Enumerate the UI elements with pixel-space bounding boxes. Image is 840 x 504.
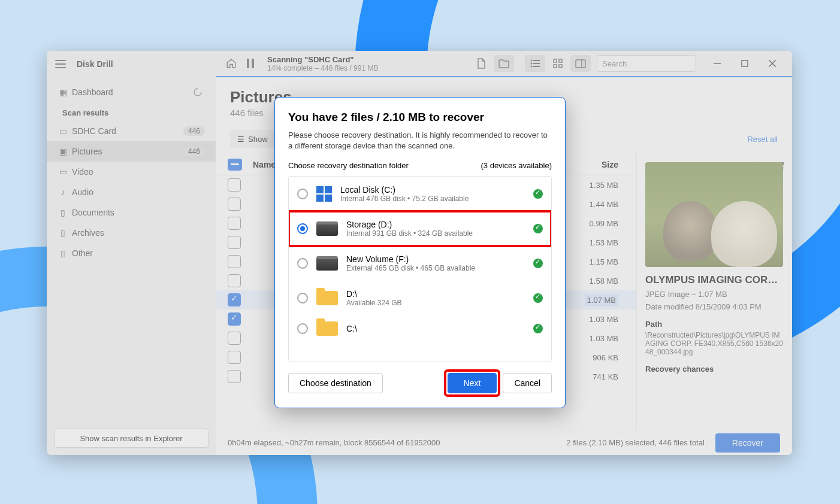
destination-detail: External 465 GB disk • 465 GB available [346, 264, 525, 272]
row-checkbox[interactable] [228, 217, 241, 230]
row-size: 1.03 MB [590, 315, 618, 324]
row-checkbox[interactable] [228, 236, 241, 249]
svg-rect-7 [533, 66, 540, 67]
home-button[interactable] [222, 54, 241, 73]
svg-point-6 [531, 66, 533, 68]
row-checkbox[interactable] [228, 312, 241, 326]
svg-rect-17 [742, 60, 748, 66]
sidebar-item-label: Pictures [72, 147, 102, 156]
row-checkbox[interactable] [228, 178, 241, 192]
row-checkbox[interactable] [228, 293, 241, 306]
destination-detail: Internal 476 GB disk • 75.2 GB available [340, 195, 525, 203]
row-checkbox[interactable] [228, 198, 241, 211]
detail-recovery-label: Recovery chances [645, 365, 784, 374]
picture-icon: ▣ [58, 147, 68, 156]
radio-button[interactable] [297, 189, 308, 199]
video-icon: ▭ [58, 167, 68, 177]
sidebar-item-audio[interactable]: ♪ Audio [47, 182, 216, 202]
maximize-button[interactable] [731, 54, 759, 73]
sidebar-item-label: Video [72, 167, 93, 177]
pause-button[interactable] [241, 54, 260, 73]
row-size: 906 KB [593, 353, 618, 362]
search-field[interactable] [602, 59, 703, 68]
svg-rect-12 [576, 60, 585, 68]
sidebar-item-other[interactable]: ▯ Other [47, 243, 216, 263]
check-ok-icon [533, 259, 543, 268]
reset-all-link[interactable]: Reset all [747, 135, 778, 144]
select-all-checkbox[interactable] [228, 159, 242, 171]
svg-rect-11 [559, 65, 562, 68]
next-button[interactable]: Next [448, 373, 497, 393]
dialog-description: Please choose recovery destination. It i… [288, 130, 552, 151]
row-size: 741 KB [593, 372, 618, 381]
minimize-button[interactable] [703, 54, 731, 73]
sidebar-section-scan-results: Scan results [47, 102, 216, 121]
recover-button[interactable]: Recover [715, 433, 780, 453]
radio-button[interactable] [297, 258, 308, 269]
show-filter-chip[interactable]: ☰Show [230, 130, 275, 148]
destination-name: Storage (D:) [346, 220, 525, 229]
row-size: 1.03 MB [590, 334, 618, 343]
sidebar-item-video[interactable]: ▭ Video [47, 162, 216, 182]
next-button-highlight: Next [446, 372, 498, 394]
destination-storage-d[interactable]: Storage (D:) Internal 931 GB disk • 324 … [289, 211, 551, 246]
folder-icon[interactable] [494, 55, 514, 72]
destination-list: Local Disk (C:) Internal 476 GB disk • 7… [288, 176, 552, 362]
disk-drive-icon [316, 221, 338, 236]
sidebar-item-sdhc-card[interactable]: ▭ SDHC Card 446 [47, 121, 216, 141]
svg-rect-8 [554, 59, 557, 62]
destination-local-disk-c[interactable]: Local Disk (C:) Internal 476 GB disk • 7… [289, 177, 551, 211]
sidebar-item-dashboard[interactable]: ▦ Dashboard [47, 82, 216, 102]
count-badge: 446 [183, 147, 205, 156]
archive-icon: ▯ [58, 228, 68, 238]
row-size: 1.58 MB [590, 277, 618, 286]
row-size: 1.35 MB [590, 181, 618, 190]
check-ok-icon [533, 324, 543, 333]
radio-button[interactable] [297, 293, 308, 303]
svg-point-2 [531, 60, 533, 62]
destination-name: Local Disk (C:) [340, 185, 525, 195]
row-checkbox[interactable] [228, 274, 241, 287]
column-header-size[interactable]: Size [602, 160, 618, 169]
grid-view-icon[interactable] [548, 55, 568, 72]
sidebar-item-archives[interactable]: ▯ Archives [47, 223, 216, 243]
sidebar-item-documents[interactable]: ▯ Documents [47, 202, 216, 223]
choose-destination-button[interactable]: Choose destination [288, 373, 383, 393]
folder-icon [316, 321, 338, 336]
details-panel: OLYMPUS IMAGING COR… JPEG Image – 1.07 M… [636, 154, 792, 430]
file-icon[interactable] [471, 55, 491, 72]
radio-button[interactable] [297, 323, 308, 334]
dialog-title: You have 2 files / 2.10 MB to recover [288, 111, 552, 124]
row-checkbox[interactable] [228, 351, 241, 364]
detail-modified: Date modified 8/15/2009 4:03 PM [645, 302, 784, 311]
close-button[interactable] [759, 54, 786, 73]
menu-icon[interactable] [55, 60, 66, 68]
svg-rect-1 [252, 59, 254, 68]
row-checkbox[interactable] [228, 255, 241, 268]
detail-filetype: JPEG Image – 1.07 MB [645, 290, 784, 299]
choose-folder-label: Choose recovery destination folder [288, 161, 409, 170]
cancel-button[interactable]: Cancel [503, 373, 552, 393]
disk-drive-icon [316, 256, 338, 271]
destination-name: C:\ [346, 324, 525, 333]
document-icon: ▯ [58, 208, 68, 217]
status-bar: 0h04m elapsed, ~0h27m remain, block 8556… [216, 430, 792, 455]
search-input[interactable] [597, 55, 696, 72]
radio-button[interactable] [297, 223, 308, 234]
column-header-name[interactable]: Name [253, 160, 276, 169]
svg-point-4 [531, 63, 533, 65]
destination-folder-d[interactable]: D:\ Available 324 GB [289, 281, 551, 315]
audio-icon: ♪ [58, 187, 68, 197]
destination-new-volume-f[interactable]: New Volume (F:) External 465 GB disk • 4… [289, 246, 551, 281]
list-view-icon[interactable] [525, 55, 545, 72]
row-checkbox[interactable] [228, 332, 241, 345]
destination-folder-c[interactable]: C:\ [289, 315, 551, 342]
panel-toggle-icon[interactable] [570, 55, 591, 72]
show-in-explorer-button[interactable]: Show scan results in Explorer [54, 429, 209, 448]
preview-image [645, 162, 783, 267]
destination-detail: Internal 931 GB disk • 324 GB available [346, 229, 525, 238]
row-size: 0.99 MB [590, 219, 618, 228]
row-checkbox[interactable] [228, 370, 241, 383]
sidebar-item-pictures[interactable]: ▣ Pictures 446 [47, 141, 216, 162]
check-ok-icon [533, 293, 543, 303]
